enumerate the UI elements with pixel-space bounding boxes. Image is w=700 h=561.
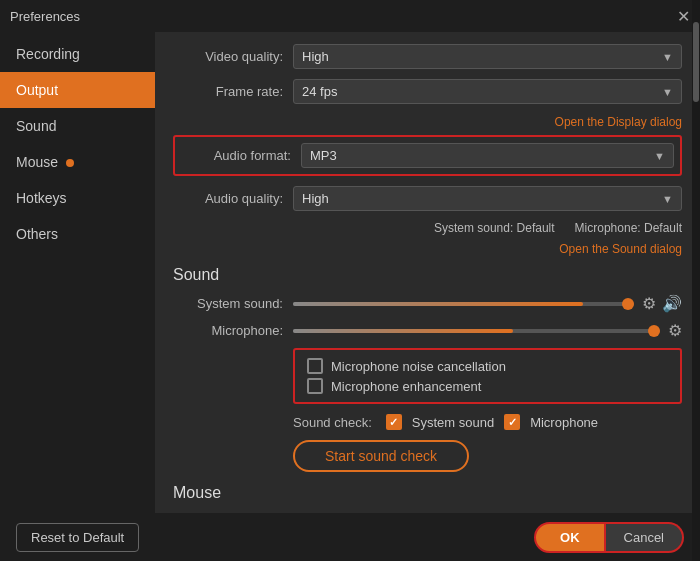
sound-check-row: Sound check: System sound Microphone [293,414,682,430]
window-title: Preferences [10,9,80,24]
system-sound-status: System sound: Default [434,221,555,235]
audio-quality-value: High [302,191,329,206]
chevron-down-icon: ▼ [654,150,665,162]
sidebar-item-sound[interactable]: Sound [0,108,155,144]
frame-rate-select[interactable]: 24 fps ▼ [293,79,682,104]
enhancement-row: Microphone enhancement [307,378,668,394]
microphone-thumb [648,325,660,337]
video-quality-label: Video quality: [173,49,293,64]
cancel-button[interactable]: Cancel [606,522,684,553]
enhancement-label: Microphone enhancement [331,379,481,394]
audio-format-select[interactable]: MP3 ▼ [301,143,674,168]
noise-cancellation-row: Microphone noise cancellation [307,358,668,374]
audio-format-label: Audio format: [181,148,301,163]
microphone-options-box: Microphone noise cancellation Microphone… [293,348,682,404]
frame-rate-control: 24 fps ▼ [293,79,682,104]
content-area: Recording Output Sound Mouse Hotkeys Oth… [0,32,700,513]
system-sound-icons: ⚙ 🔊 [642,294,682,313]
video-quality-select[interactable]: High ▼ [293,44,682,69]
microphone-icons: ⚙ [668,321,682,340]
start-sound-check-button[interactable]: Start sound check [293,440,469,472]
sidebar-item-others[interactable]: Others [0,216,155,252]
noise-cancellation-checkbox[interactable] [307,358,323,374]
video-quality-control: High ▼ [293,44,682,69]
mouse-section-title: Mouse [173,484,682,502]
open-display-dialog-link[interactable]: Open the Display dialog [555,115,682,129]
chevron-down-icon: ▼ [662,193,673,205]
mouse-badge [66,159,74,167]
noise-cancellation-label: Microphone noise cancellation [331,359,506,374]
microphone-status: Microphone: Default [575,221,682,235]
preferences-window: Preferences ✕ Recording Output Sound Mou… [0,0,700,561]
system-sound-check-checkbox[interactable] [386,414,402,430]
ok-button[interactable]: OK [534,522,606,553]
microphone-check-label: Microphone [530,415,598,430]
system-sound-thumb [622,298,634,310]
start-sound-check-row: Start sound check [293,440,682,472]
sound-check-label: Sound check: [293,415,372,430]
video-quality-value: High [302,49,329,64]
chevron-down-icon: ▼ [662,51,673,63]
reset-button[interactable]: Reset to Default [16,523,139,552]
frame-rate-value: 24 fps [302,84,337,99]
audio-format-value: MP3 [310,148,337,163]
sidebar-item-hotkeys[interactable]: Hotkeys [0,180,155,216]
audio-quality-row: Audio quality: High ▼ [173,186,682,211]
chevron-down-icon: ▼ [662,86,673,98]
audio-quality-control: High ▼ [293,186,682,211]
display-dialog-row: Open the Display dialog [173,114,682,129]
audio-quality-label: Audio quality: [173,191,293,206]
frame-rate-row: Frame rate: 24 fps ▼ [173,79,682,104]
scrollbar-track[interactable] [692,32,700,513]
sidebar-item-mouse[interactable]: Mouse [0,144,155,180]
sound-dialog-row: Open the Sound dialog [173,241,682,256]
system-sound-fill [293,302,583,306]
system-sound-slider-row: System sound: ⚙ 🔊 [173,294,682,313]
open-sound-dialog-link[interactable]: Open the Sound dialog [559,242,682,256]
main-panel: Video quality: High ▼ Frame rate: 24 fps… [155,32,700,513]
audio-quality-select[interactable]: High ▼ [293,186,682,211]
audio-format-control: MP3 ▼ [301,143,674,168]
gear-icon[interactable]: ⚙ [642,294,656,313]
video-quality-row: Video quality: High ▼ [173,44,682,69]
microphone-track[interactable] [293,329,660,333]
speaker-icon[interactable]: 🔊 [662,294,682,313]
ok-cancel-group: OK Cancel [534,522,684,553]
gear-icon[interactable]: ⚙ [668,321,682,340]
scrollbar-thumb[interactable] [693,32,699,102]
enhancement-checkbox[interactable] [307,378,323,394]
microphone-fill [293,329,513,333]
audio-format-row: Audio format: MP3 ▼ [181,143,674,168]
microphone-slider-label: Microphone: [173,323,293,338]
audio-format-highlight: Audio format: MP3 ▼ [173,135,682,176]
audio-status-row: System sound: Default Microphone: Defaul… [173,221,682,235]
sidebar: Recording Output Sound Mouse Hotkeys Oth… [0,32,155,513]
microphone-check-checkbox[interactable] [504,414,520,430]
close-button[interactable]: ✕ [677,7,690,26]
system-sound-slider-label: System sound: [173,296,293,311]
system-sound-check-label: System sound [412,415,494,430]
sound-section-title: Sound [173,266,682,284]
sidebar-item-output[interactable]: Output [0,72,155,108]
microphone-slider-row: Microphone: ⚙ [173,321,682,340]
frame-rate-label: Frame rate: [173,84,293,99]
bottom-bar: Reset to Default OK Cancel [0,513,700,561]
title-bar: Preferences ✕ [0,0,700,32]
system-sound-track[interactable] [293,302,634,306]
sidebar-item-recording[interactable]: Recording [0,36,155,72]
